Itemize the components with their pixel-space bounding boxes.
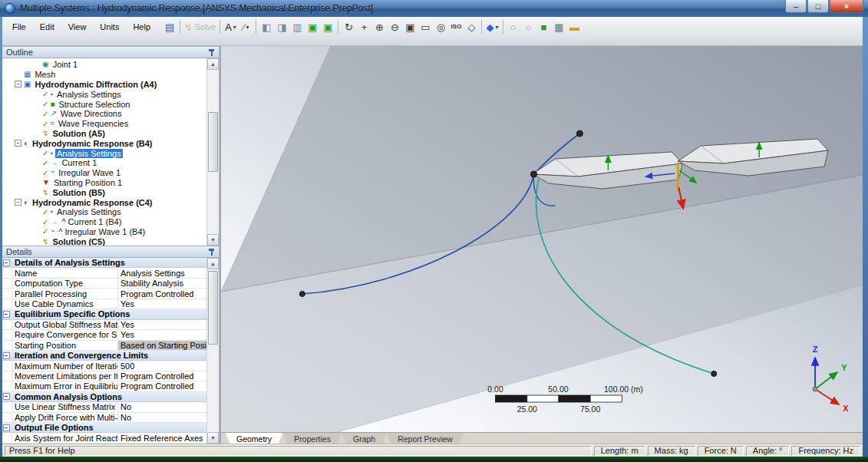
chart-button[interactable]: ▥ bbox=[289, 19, 305, 35]
category-collapse-icon[interactable]: − bbox=[2, 392, 12, 401]
viewport-3d-canvas[interactable]: 0.00 50.00 100.00 (m) 25.00 75.00 bbox=[221, 46, 863, 432]
outline-item-wave-frequencies[interactable]: ✓≈Wave Frequencies bbox=[2, 119, 206, 129]
viewport-canvas[interactable]: 0.00 50.00 100.00 (m) 25.00 75.00 bbox=[221, 46, 863, 432]
viewports-button[interactable]: ▦ bbox=[552, 19, 567, 35]
outline-item-mesh[interactable]: ▦Mesh bbox=[2, 70, 206, 80]
outline-item-analysis-settings[interactable]: ✓▪Analysis Settings bbox=[2, 207, 206, 217]
outline-item-joint-1[interactable]: ◉Joint 1 bbox=[2, 60, 206, 70]
scrollbar-thumb[interactable] bbox=[208, 271, 218, 345]
font-annotation-button[interactable]: A▾ bbox=[223, 19, 238, 35]
outline-item-current-1[interactable]: ✓→Current 1 bbox=[2, 158, 206, 168]
magnifier-button[interactable]: ◎ bbox=[433, 19, 448, 35]
scroll-up-button[interactable]: ▲ bbox=[207, 258, 219, 269]
save-button[interactable]: ▤ bbox=[162, 19, 177, 35]
virtual-body-button[interactable]: ■ bbox=[536, 19, 552, 35]
details-row-value[interactable]: Fixed Reference Axes bbox=[118, 433, 206, 442]
zoom-fit-button[interactable]: ▭ bbox=[417, 19, 433, 35]
minimize-button[interactable]: – bbox=[785, 0, 807, 13]
details-row-name[interactable]: NameAnalysis Settings bbox=[2, 268, 206, 278]
details-row-output-global-stiffness-matrix[interactable]: Output Global Stiffness MatrixYes bbox=[2, 320, 206, 330]
outline-item-hydrodynamic-response-c4[interactable]: −◐Hydrodynamic Response (C4) bbox=[2, 197, 206, 207]
graphics-options-button[interactable]: ◆▾ bbox=[484, 19, 500, 35]
category-collapse-icon[interactable]: − bbox=[2, 423, 12, 432]
collapse-expander-icon[interactable]: − bbox=[15, 140, 21, 147]
details-row-use-linear-stiffness-matrix-to-c[interactable]: Use Linear Stiffness Matrix to C...No bbox=[2, 402, 206, 412]
look-at-button[interactable]: ◇ bbox=[464, 19, 479, 35]
details-row-require-convergence-for-subse[interactable]: Require Convergence for Subse...Yes bbox=[2, 330, 206, 340]
scroll-down-button[interactable]: ▼ bbox=[207, 234, 219, 246]
details-category-row[interactable]: −Output File Options bbox=[2, 423, 206, 433]
details-category-row[interactable]: −Details of Analysis Settings bbox=[2, 258, 206, 268]
outline-item-solution-b5[interactable]: ↯Solution (B5) bbox=[2, 187, 206, 197]
show-body-button[interactable]: ▣ bbox=[305, 19, 320, 35]
details-row-value[interactable]: 500 bbox=[118, 361, 206, 370]
tab-report-preview[interactable]: Report Preview bbox=[387, 433, 464, 444]
details-row-apply-drift-force-with-multi-dire[interactable]: Apply Drift Force with Multi-Dire...No bbox=[2, 413, 206, 423]
tab-properties[interactable]: Properties bbox=[283, 433, 342, 444]
maximize-button[interactable]: □ bbox=[807, 0, 829, 13]
scroll-down-button[interactable]: ▼ bbox=[207, 432, 219, 444]
section-plane-button[interactable]: ▬ bbox=[567, 19, 583, 35]
menu-edit[interactable]: Edit bbox=[33, 20, 61, 34]
zoom-out-button[interactable]: ⊖ bbox=[387, 19, 402, 35]
details-row-parallel-processing[interactable]: Parallel ProcessingProgram Controlled bbox=[2, 289, 206, 299]
details-row-starting-position[interactable]: Starting PositionBased on Starting Posit… bbox=[2, 341, 206, 351]
details-row-value[interactable]: Stability Analysis bbox=[118, 279, 206, 288]
outline-item-analysis-settings[interactable]: ✓▪Analysis Settings bbox=[2, 89, 206, 99]
hex-prism-button[interactable]: ○ bbox=[506, 19, 521, 35]
details-row-value[interactable]: Analysis Settings bbox=[118, 268, 206, 277]
details-category-row[interactable]: −Equilibrium Specific Options bbox=[2, 309, 206, 319]
details-category-row[interactable]: −Common Analysis Options bbox=[2, 392, 206, 402]
solve-button[interactable]: ↯Solve bbox=[183, 19, 217, 35]
outline-item-starting-position-1[interactable]: ▼Starting Position 1 bbox=[2, 178, 206, 188]
details-row-value[interactable]: Program Controlled bbox=[118, 381, 206, 391]
pin-icon[interactable] bbox=[208, 49, 215, 56]
scroll-up-button[interactable]: ▲ bbox=[207, 58, 219, 70]
details-row-value[interactable]: Yes bbox=[118, 299, 206, 309]
close-button[interactable]: × bbox=[830, 0, 863, 13]
outline-item-irregular-wave-1-b4[interactable]: ✓~^ Irregular Wave 1 (B4) bbox=[2, 227, 206, 237]
outline-item-solution-a5[interactable]: ↯Solution (A5) bbox=[2, 129, 206, 139]
scrollbar-thumb[interactable] bbox=[208, 112, 218, 172]
details-row-use-cable-dynamics[interactable]: Use Cable DynamicsYes bbox=[2, 299, 206, 309]
pin-icon[interactable] bbox=[208, 249, 215, 256]
menu-help[interactable]: Help bbox=[126, 20, 157, 34]
outline-item-wave-directions[interactable]: ✓↗Wave Directions bbox=[2, 109, 206, 119]
rotate-button[interactable]: ↻ bbox=[341, 19, 356, 35]
title-bar[interactable]: Multiple Systems : Hydrodynamic Response… bbox=[0, 0, 868, 17]
details-row-value[interactable]: No bbox=[118, 402, 206, 411]
details-row-maximum-number-of-iterations[interactable]: Maximum Number of Iterations500 bbox=[2, 361, 206, 371]
outline-item-current-1-b4[interactable]: ✓→^ Current 1 (B4) bbox=[2, 217, 206, 227]
outline-item-analysis-settings[interactable]: ✓▪Analysis Settings bbox=[2, 148, 206, 158]
outline-item-irregular-wave-1[interactable]: ✓~Irregular Wave 1 bbox=[2, 168, 206, 178]
tab-geometry[interactable]: Geometry bbox=[226, 433, 282, 444]
details-row-axis-system-for-joint-reactions[interactable]: Axis System for Joint ReactionsFixed Ref… bbox=[2, 433, 206, 443]
details-row-maximum-error-in-equilibrium-po[interactable]: Maximum Error in Equilibrium Po...Progra… bbox=[2, 381, 206, 391]
outline-scrollbar[interactable]: ▲ ▼ bbox=[206, 58, 219, 246]
comment-button[interactable]: ◨ bbox=[274, 19, 289, 35]
outline-item-solution-c5[interactable]: ↯Solution (C5) bbox=[2, 236, 206, 246]
category-collapse-icon[interactable]: − bbox=[2, 258, 12, 267]
pen-annotation-button[interactable]: ∕▾ bbox=[238, 19, 253, 35]
details-row-value[interactable]: Program Controlled bbox=[118, 371, 206, 381]
menu-file[interactable]: File bbox=[5, 20, 33, 34]
menu-units[interactable]: Units bbox=[93, 20, 126, 34]
details-row-movement-limitations-per-iterati[interactable]: Movement Limitations per Iterati...Progr… bbox=[2, 371, 206, 381]
details-scrollbar[interactable]: ▲ ▼ bbox=[206, 258, 219, 444]
category-collapse-icon[interactable]: − bbox=[2, 351, 12, 360]
details-row-value[interactable]: No bbox=[118, 413, 206, 422]
zoom-in-button[interactable]: ⊕ bbox=[371, 19, 387, 35]
outline-item-hydrodynamic-diffraction-a4[interactable]: −▣Hydrodynamic Diffraction (A4) bbox=[2, 80, 206, 90]
outline-item-structure-selection[interactable]: ✓■Structure Selection bbox=[2, 99, 206, 109]
show-mesh-button[interactable]: ▣ bbox=[320, 19, 335, 35]
iso-view-button[interactable]: ISO bbox=[448, 19, 464, 35]
outline-item-hydrodynamic-response-b4[interactable]: −◐Hydrodynamic Response (B4) bbox=[2, 138, 206, 148]
details-row-computation-type[interactable]: Computation TypeStability Analysis bbox=[2, 279, 206, 289]
details-row-value[interactable]: Yes bbox=[118, 320, 206, 329]
details-category-row[interactable]: −Iteration and Convergence Limits bbox=[2, 351, 206, 361]
box-zoom-button[interactable]: ▣ bbox=[402, 19, 417, 35]
label-tag-button[interactable]: ◧ bbox=[259, 19, 274, 35]
menu-view[interactable]: View bbox=[61, 20, 94, 34]
details-row-value[interactable]: Based on Starting Positions bbox=[118, 341, 206, 350]
category-collapse-icon[interactable]: − bbox=[2, 309, 12, 318]
